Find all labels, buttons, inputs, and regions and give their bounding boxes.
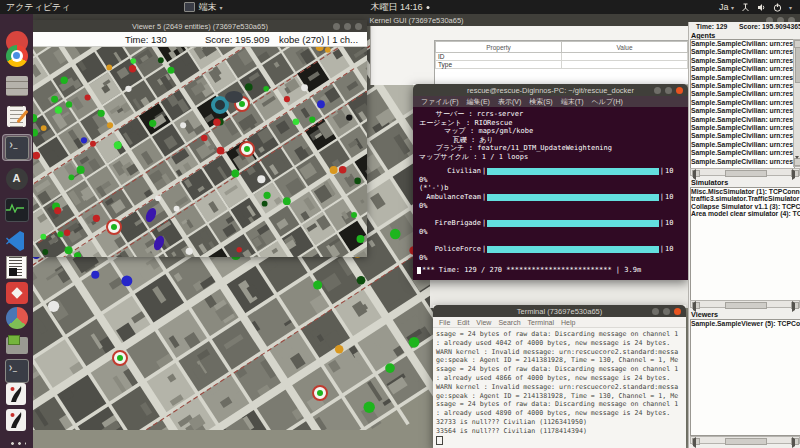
terminal2-launcher-item[interactable] <box>4 358 29 383</box>
minimize-button[interactable] <box>652 308 659 315</box>
agent-row[interactable]: Sample.SampleCivilian: urn:rescuecore <box>691 132 794 140</box>
clock[interactable]: 木曜日 14:16 <box>370 1 429 14</box>
property-table[interactable]: Property Value ID Type <box>435 41 688 69</box>
chrome-launcher-item[interactable] <box>4 43 29 68</box>
green-machine-launcher-item[interactable] <box>4 331 29 356</box>
log-terminal-window: Terminal (73697e530a65) FileEditViewSear… <box>433 305 686 448</box>
agent-row[interactable]: Sample.SampleCivilian: urn:rescuecore <box>691 48 794 56</box>
menu-item[interactable]: ファイル(F) <box>421 97 459 107</box>
progress-bars: Civilian|| 100%(*'-')bAmbulanceTeam|| 10… <box>419 167 688 272</box>
value-cell-id[interactable] <box>562 53 688 61</box>
maximize-button[interactable] <box>663 308 670 315</box>
maximize-button[interactable] <box>665 87 672 94</box>
menu-item[interactable]: Search <box>498 319 520 326</box>
show-apps-icon <box>8 439 26 448</box>
viewer-score: Score: 195.909 <box>205 34 269 45</box>
desktop: アクティビティ 端末 ▾ 木曜日 14:16 Ja ▾ <box>0 0 800 448</box>
agent-row[interactable]: Sample.SampleCivilian: urn:rescuecore <box>691 40 794 48</box>
agent-row[interactable]: Sample.SampleCivilian: urn:rescuecore <box>691 149 794 157</box>
menu-item[interactable]: View <box>476 319 491 326</box>
menu-item[interactable]: File <box>439 319 450 326</box>
agent-row[interactable]: Sample.SampleCivilian: urn:rescuecore <box>691 90 794 98</box>
log-line: ssage = 24 bytes of raw data: Discarding… <box>436 330 686 339</box>
file-cabinet-launcher-item[interactable] <box>4 73 29 98</box>
log-terminal-body[interactable]: ssage = 24 bytes of raw data: Discarding… <box>433 328 686 448</box>
agent-row[interactable]: Sample.SampleCivilian: urn:rescuecore <box>691 158 794 166</box>
text-editor-launcher-item[interactable] <box>4 104 29 129</box>
activities-button[interactable]: アクティビティ <box>6 1 70 14</box>
show-apps-launcher-item[interactable] <box>4 435 29 448</box>
agents-vertical-scrollbar[interactable] <box>793 39 800 167</box>
simulator-row[interactable]: Collapse Simulator v1.1 (3): TCPConnecti… <box>691 203 800 210</box>
server-info: サーバー : rcrs-serverエージェント : RIORescue マップ… <box>419 110 688 162</box>
viewer-map-label: kobe (270) | 1 ch... <box>279 34 358 45</box>
red-diamond-launcher-item[interactable] <box>4 280 29 305</box>
java-duke-launcher-item[interactable] <box>4 381 29 406</box>
menu-item[interactable]: 端末(T) <box>561 97 584 107</box>
chevron-down-icon: ▾ <box>731 5 734 11</box>
terminal2-icon <box>5 359 29 383</box>
rescue-terminal-body[interactable]: サーバー : rcrs-serverエージェント : RIORescue マップ… <box>413 107 688 280</box>
minimize-button[interactable] <box>333 23 340 30</box>
agent-row[interactable]: Sample.SampleCivilian: urn:rescuecore <box>691 116 794 124</box>
log-line: : already used 4042 of 4000 bytes, new m… <box>436 339 686 348</box>
kernel-score: Score: 195.9094365 <box>739 23 800 30</box>
menu-item[interactable]: Terminal <box>528 319 554 326</box>
system-monitor-launcher-item[interactable] <box>4 197 29 222</box>
vscode-launcher-item[interactable] <box>4 228 29 253</box>
viewers-list[interactable]: Sample.SampleViewer (5): TCPConnection <box>690 319 800 436</box>
java-duke2-launcher-item[interactable] <box>4 407 29 432</box>
agents-horizontal-scrollbar[interactable] <box>690 168 800 176</box>
agent-row[interactable]: Sample.SampleCivilian: urn:rescuecore <box>691 74 794 82</box>
menu-item[interactable]: Help <box>561 319 575 326</box>
agent-row[interactable]: Sample.SampleCivilian: urn:rescuecore <box>691 107 794 115</box>
simulator-row[interactable]: Area model clear simulator (4): TCPConne <box>691 210 800 217</box>
tex-doc-launcher-item[interactable] <box>4 255 29 280</box>
menu-item[interactable]: 検索(S) <box>529 97 552 107</box>
agent-row[interactable]: Sample.SampleCivilian: urn:rescuecore <box>691 99 794 107</box>
minimize-button[interactable] <box>654 87 661 94</box>
viewers-header: Viewers <box>691 310 718 319</box>
close-button[interactable] <box>676 87 683 94</box>
close-button[interactable] <box>355 23 362 30</box>
menu-item[interactable]: Edit <box>457 319 469 326</box>
rescue-terminal-titlebar[interactable]: rescue@rescue-Diginnos-PC: ~/git/rescue_… <box>413 84 688 96</box>
input-indicator-label: Ja <box>719 2 729 12</box>
viewers-horizontal-scrollbar[interactable] <box>690 436 800 444</box>
simulators-horizontal-scrollbar[interactable] <box>690 300 800 308</box>
agent-row[interactable]: Sample.SampleCivilian: urn:rescuecore <box>691 82 794 90</box>
agents-list[interactable]: Sample.SampleCivilian: urn:rescuecoreSam… <box>690 39 795 169</box>
disk-pie-launcher-item[interactable] <box>4 305 29 330</box>
agent-row[interactable]: Sample.SampleCivilian: urn:rescuecore <box>691 57 794 65</box>
maximize-button[interactable] <box>344 23 351 30</box>
info-line: 瓦礫 : あり <box>419 136 688 145</box>
input-indicator[interactable]: Ja ▾ <box>719 2 734 12</box>
log-line: ge:speak : Agent ID = 2141381928, Time =… <box>436 356 686 365</box>
viewer-title: Viewer 5 (2649 entities) (73697e530a65) <box>132 22 268 31</box>
info-line: ブランチ : feature/11_DTM_UpdateWeightening <box>419 144 688 153</box>
simulator-row[interactable]: Misc.MiscSimulator (1): TCPConnection: l… <box>691 188 800 195</box>
viewer-titlebar[interactable]: Viewer 5 (2649 entities) (73697e530a65) <box>33 20 367 32</box>
cursor-block <box>417 267 421 274</box>
menu-item[interactable]: 編集(E) <box>467 97 490 107</box>
agent-row[interactable]: Sample.SampleCivilian: urn:rescuecore <box>691 124 794 132</box>
property-row-type[interactable]: Type <box>436 61 562 69</box>
agent-row[interactable]: Sample.SampleCivilian: urn:rescuecore <box>691 141 794 149</box>
menu-item[interactable]: 表示(V) <box>498 97 521 107</box>
log-terminal-titlebar[interactable]: Terminal (73697e530a65) <box>433 305 686 317</box>
rescue-terminal-window: rescue@rescue-Diginnos-PC: ~/git/rescue_… <box>413 84 688 280</box>
terminal-app-launcher-item[interactable] <box>2 134 32 161</box>
simulator-row[interactable]: traffic3.simulator.TrafficSimulator (2):… <box>691 195 800 202</box>
property-row-id[interactable]: ID <box>436 53 562 61</box>
viewer-map[interactable] <box>33 47 367 257</box>
close-button[interactable] <box>674 308 681 315</box>
simulators-list[interactable]: Misc.MiscSimulator (1): TCPConnection: l… <box>690 187 800 301</box>
top-bar: アクティビティ 端末 ▾ 木曜日 14:16 Ja ▾ <box>0 0 800 14</box>
app-menu[interactable]: 端末 ▾ <box>184 1 222 14</box>
agent-row[interactable]: Sample.SampleCivilian: urn:rescuecore <box>691 65 794 73</box>
system-tray[interactable]: Ja ▾ ▾ <box>719 0 792 14</box>
atom-app-launcher-item[interactable] <box>4 166 29 191</box>
viewer-row[interactable]: Sample.SampleViewer (5): TCPConnection <box>691 320 800 328</box>
menu-item[interactable]: ヘルプ(H) <box>592 97 623 107</box>
value-cell-type[interactable] <box>562 61 688 69</box>
